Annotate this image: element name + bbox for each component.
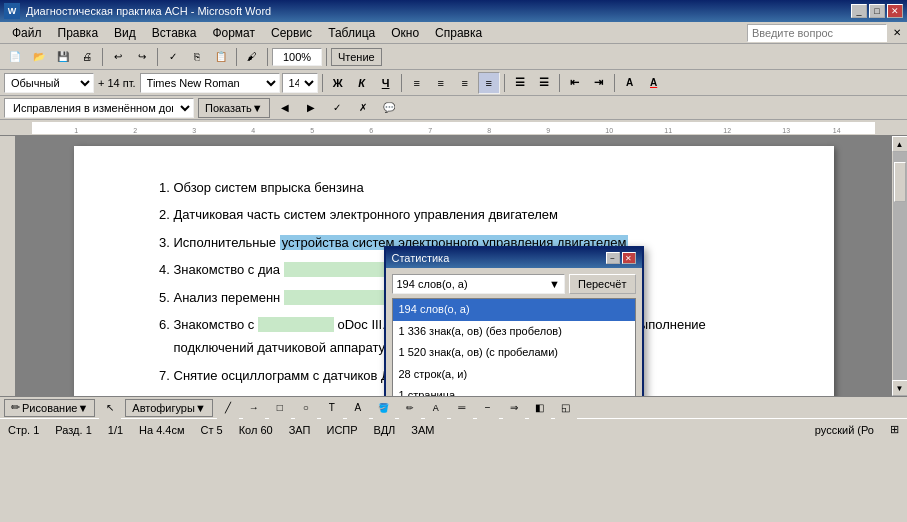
stats-dd-item-0[interactable]: 194 слов(о, а) <box>393 299 635 321</box>
ruler-mark-7: 7 <box>428 127 432 134</box>
copy-btn[interactable]: ⎘ <box>186 46 208 68</box>
sep-fmt5 <box>614 74 615 92</box>
font-color-btn2[interactable]: A <box>425 397 447 419</box>
status-page-of: 1/1 <box>108 424 123 436</box>
wordart-btn[interactable]: A <box>347 397 369 419</box>
line-btn[interactable]: ╱ <box>217 397 239 419</box>
status-section: Разд. 1 <box>55 424 91 436</box>
ruler-mark-5: 5 <box>310 127 314 134</box>
align-justify-btn[interactable]: ≡ <box>478 72 500 94</box>
arrow-btn[interactable]: → <box>243 397 265 419</box>
menu-close-icon[interactable]: ✕ <box>891 27 903 38</box>
toolbar-track: Исправления в изменённом документе Показ… <box>0 96 907 120</box>
next-change-btn[interactable]: ▶ <box>300 97 322 119</box>
spell-btn[interactable]: ✓ <box>162 46 184 68</box>
align-left-btn[interactable]: ≡ <box>406 72 428 94</box>
stats-dd-item-2[interactable]: 1 520 знак(а, ов) (с пробелами) <box>393 342 635 364</box>
format-painter-btn[interactable]: 🖌 <box>241 46 263 68</box>
question-input[interactable] <box>747 24 887 42</box>
show-button[interactable]: Показать▼ <box>198 98 270 118</box>
line-style-btn[interactable]: ═ <box>451 397 473 419</box>
indent-decrease-btn[interactable]: ⇤ <box>564 72 586 94</box>
fill-color-btn[interactable]: 🪣 <box>373 397 395 419</box>
window-title: Диагностическая практика АСН - Microsoft… <box>26 5 271 17</box>
scroll-thumb[interactable] <box>894 162 906 202</box>
maximize-button[interactable]: □ <box>869 4 885 18</box>
status-page: Стр. 1 <box>8 424 39 436</box>
prev-change-btn[interactable]: ◀ <box>274 97 296 119</box>
oval-btn[interactable]: ○ <box>295 397 317 419</box>
menu-window[interactable]: Окно <box>383 24 427 42</box>
word-icon: W <box>4 3 20 19</box>
underline-button[interactable]: Ч <box>375 72 397 94</box>
comment-btn[interactable]: 💬 <box>378 97 400 119</box>
3d-btn[interactable]: ◱ <box>555 397 577 419</box>
stats-close-btn[interactable]: ✕ <box>622 252 636 264</box>
bold-button[interactable]: Ж <box>327 72 349 94</box>
scroll-track[interactable] <box>893 152 907 380</box>
menu-edit[interactable]: Правка <box>50 24 107 42</box>
line-color-btn[interactable]: ✏ <box>399 397 421 419</box>
accept-btn[interactable]: ✓ <box>326 97 348 119</box>
menu-service[interactable]: Сервис <box>263 24 320 42</box>
menu-table[interactable]: Таблица <box>320 24 383 42</box>
italic-button[interactable]: К <box>351 72 373 94</box>
textbox-btn[interactable]: T <box>321 397 343 419</box>
ruler-mark-11: 11 <box>664 127 672 134</box>
align-right-btn[interactable]: ≡ <box>454 72 476 94</box>
new-btn[interactable]: 📄 <box>4 46 26 68</box>
font-size-select[interactable]: 14 <box>282 73 318 93</box>
save-btn[interactable]: 💾 <box>52 46 74 68</box>
drawing-label: Рисование▼ <box>22 402 88 414</box>
document-container[interactable]: Обзор систем впрыска бензина Датчиковая … <box>16 136 891 396</box>
font-color-btn[interactable]: A <box>643 72 665 94</box>
rect-btn[interactable]: □ <box>269 397 291 419</box>
print-btn[interactable]: 🖨 <box>76 46 98 68</box>
statistics-popup: Статистика − ✕ 194 слов(о, а) ▼ Пересчёт <box>384 246 644 396</box>
undo-btn[interactable]: ↩ <box>107 46 129 68</box>
stats-dd-item-1[interactable]: 1 336 знак(а, ов) (без пробелов) <box>393 321 635 343</box>
style-select[interactable]: Обычный <box>4 73 94 93</box>
menu-insert[interactable]: Вставка <box>144 24 205 42</box>
paste-btn[interactable]: 📋 <box>210 46 232 68</box>
scroll-down-btn[interactable]: ▼ <box>892 380 908 396</box>
stats-body: 194 слов(о, а) ▼ Пересчёт 194 слов(о, а)… <box>386 268 642 396</box>
sep1 <box>102 48 103 66</box>
highlight-btn[interactable]: A <box>619 72 641 94</box>
sep5 <box>326 48 327 66</box>
stats-dd-item-4[interactable]: 1 страница <box>393 385 635 396</box>
stats-controls-row: 194 слов(о, а) ▼ Пересчёт <box>392 274 636 294</box>
font-select[interactable]: Times New Roman <box>140 73 280 93</box>
drawing-menu-btn[interactable]: ✏ Рисование▼ <box>4 399 95 417</box>
indent-increase-btn[interactable]: ⇥ <box>588 72 610 94</box>
menu-help[interactable]: Справка <box>427 24 490 42</box>
ruler-mark-12: 12 <box>723 127 731 134</box>
track-changes-select[interactable]: Исправления в изменённом документе <box>4 98 194 118</box>
arrow-style-btn[interactable]: ⇒ <box>503 397 525 419</box>
reading-button[interactable]: Чтение <box>331 48 382 66</box>
toolbar-standard: 📄 📂 💾 🖨 ↩ ↪ ✓ ⎘ 📋 🖌 100% Чтение <box>0 44 907 70</box>
open-btn[interactable]: 📂 <box>28 46 50 68</box>
autoshapes-btn[interactable]: Автофигуры▼ <box>125 399 212 417</box>
shadow-btn[interactable]: ◧ <box>529 397 551 419</box>
menu-view[interactable]: Вид <box>106 24 144 42</box>
stats-minimize-btn[interactable]: − <box>606 252 620 264</box>
select-btn[interactable]: ↖ <box>99 397 121 419</box>
scroll-up-btn[interactable]: ▲ <box>892 136 908 152</box>
status-ispr: ИСПР <box>326 424 357 436</box>
align-center-btn[interactable]: ≡ <box>430 72 452 94</box>
stats-dropdown[interactable]: 194 слов(о, а) ▼ <box>392 274 565 294</box>
reject-btn[interactable]: ✗ <box>352 97 374 119</box>
minimize-button[interactable]: _ <box>851 4 867 18</box>
menu-format[interactable]: Формат <box>204 24 263 42</box>
recalc-button[interactable]: Пересчёт <box>569 274 636 294</box>
bullets-btn[interactable]: ☰ <box>509 72 531 94</box>
numbering-btn[interactable]: ☰ <box>533 72 555 94</box>
menu-file[interactable]: Файл <box>4 24 50 42</box>
close-button[interactable]: ✕ <box>887 4 903 18</box>
dash-btn[interactable]: − <box>477 397 499 419</box>
list-item-text-part: Исполнительные <box>174 235 277 250</box>
list-item-text: Знакомство с диа <box>174 262 281 277</box>
redo-btn[interactable]: ↪ <box>131 46 153 68</box>
stats-dd-item-3[interactable]: 28 строк(а, и) <box>393 364 635 386</box>
